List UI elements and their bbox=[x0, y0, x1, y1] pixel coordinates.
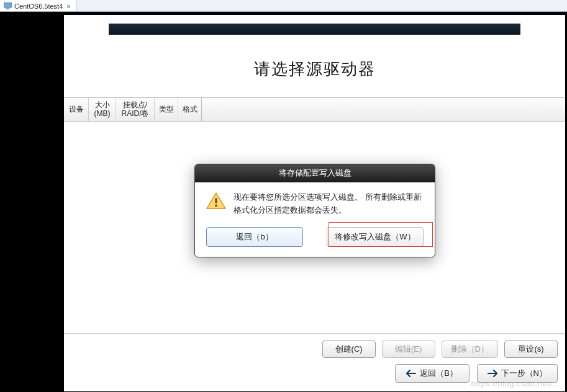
partition-action-bar: 创建(C) 编辑(E) 删除（D） 重设(s) bbox=[64, 334, 565, 364]
vm-tab-bar: CentOS6.5test4 × bbox=[0, 0, 567, 12]
warning-icon bbox=[206, 192, 226, 210]
svg-rect-1 bbox=[6, 7, 9, 9]
back-button-label: 返回（B） bbox=[420, 368, 458, 379]
monitor-icon bbox=[4, 2, 12, 9]
next-button-label: 下一步（N） bbox=[501, 368, 547, 379]
arrow-left-icon bbox=[406, 370, 416, 377]
col-size[interactable]: 大小 (MB) bbox=[89, 98, 116, 121]
edit-button: 编辑(E) bbox=[382, 341, 435, 358]
col-type[interactable]: 类型 bbox=[155, 98, 178, 121]
svg-point-4 bbox=[215, 205, 217, 207]
arrow-right-icon bbox=[488, 370, 497, 377]
dialog-back-button[interactable]: 返回（b） bbox=[206, 227, 303, 247]
vm-viewport: 请选择源驱动器 设备 大小 (MB) 挂载点/ RAID/卷 类型 格式 创建(… bbox=[0, 12, 567, 392]
page-title: 请选择源驱动器 bbox=[64, 58, 565, 80]
col-format[interactable]: 格式 bbox=[178, 98, 202, 121]
col-mount[interactable]: 挂载点/ RAID/卷 bbox=[116, 98, 155, 121]
write-to-disk-dialog: 将存储配置写入磁盘 现在要将您所选分区选项写入磁盘。 所有删除或重新格式化分区指… bbox=[194, 164, 435, 257]
partition-table-header: 设备 大小 (MB) 挂载点/ RAID/卷 类型 格式 bbox=[64, 97, 565, 122]
svg-rect-2 bbox=[5, 9, 11, 9]
col-device[interactable]: 设备 bbox=[64, 98, 89, 121]
dialog-write-button[interactable]: 将修改写入磁盘（W） bbox=[327, 227, 424, 247]
installer-banner bbox=[109, 24, 520, 35]
svg-rect-3 bbox=[215, 198, 217, 203]
close-icon[interactable]: × bbox=[65, 2, 71, 10]
create-button[interactable]: 创建(C) bbox=[322, 341, 376, 358]
delete-button: 删除（D） bbox=[442, 341, 498, 358]
vm-tab-title: CentOS6.5test4 bbox=[14, 2, 63, 10]
svg-rect-0 bbox=[4, 2, 12, 7]
dialog-title: 将存储配置写入磁盘 bbox=[195, 164, 435, 182]
dialog-message: 现在要将您所选分区选项写入磁盘。 所有删除或重新格式化分区指定数据都会丢失。 bbox=[234, 191, 424, 217]
vm-tab-centos[interactable]: CentOS6.5test4 × bbox=[0, 0, 76, 11]
reset-button[interactable]: 重设(s) bbox=[504, 341, 558, 358]
watermark: https://blog.csdn.net/… bbox=[471, 379, 561, 388]
installer-window: 请选择源驱动器 设备 大小 (MB) 挂载点/ RAID/卷 类型 格式 创建(… bbox=[63, 14, 566, 392]
back-button[interactable]: 返回（B） bbox=[395, 364, 469, 383]
